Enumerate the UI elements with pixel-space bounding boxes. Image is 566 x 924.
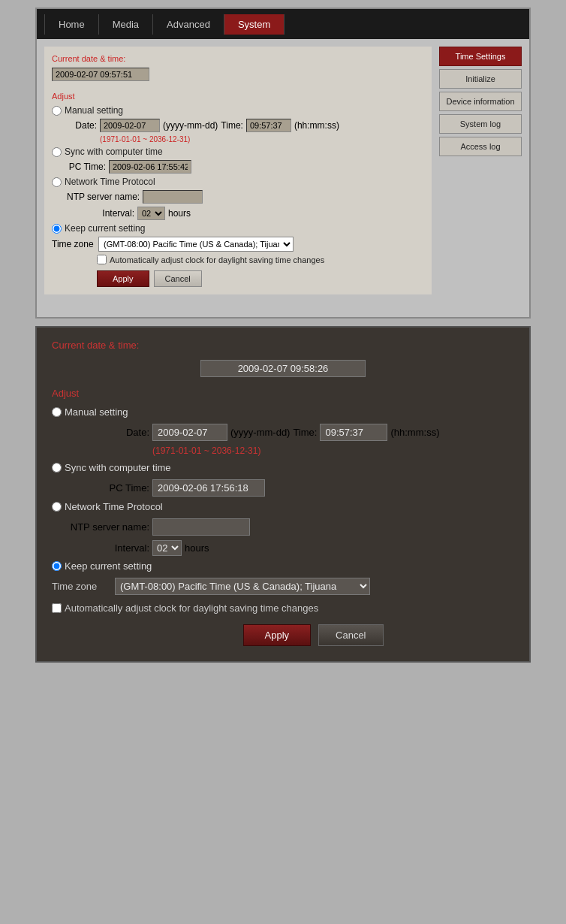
bottom-keep-label: Keep current setting [65, 560, 152, 572]
nav-bar: Home Media Advanced System [37, 9, 529, 39]
top-ntp-server-label: NTP server name: [67, 192, 140, 202]
top-time-input[interactable] [246, 119, 291, 132]
bottom-interval-select[interactable]: 0204061224 [152, 540, 182, 556]
top-time-label: Time: [221, 120, 243, 131]
bottom-ntp-label: Network Time Protocol [65, 501, 163, 512]
top-sync-label: Sync with computer time [65, 146, 163, 157]
bottom-time-input[interactable] [320, 424, 387, 441]
bottom-date-label: Date: [67, 427, 149, 438]
top-cancel-button[interactable]: Cancel [154, 270, 202, 287]
bottom-date-hint: (yyyy-mm-dd) [230, 427, 290, 438]
top-sync-radio[interactable] [52, 147, 62, 157]
top-manual-radio[interactable] [52, 106, 62, 116]
sidebar-btn-system-log[interactable]: System log [439, 114, 522, 134]
top-date-row: Date: (yyyy-mm-dd) Time: (hh:mm:ss) [67, 119, 424, 132]
top-pctime-row: PC Time: [67, 160, 424, 174]
bottom-ntp-server-label: NTP server name: [67, 521, 149, 533]
sidebar-btn-time-settings[interactable]: Time Settings [439, 47, 522, 66]
top-ntp-radio[interactable] [52, 177, 62, 187]
top-date-input[interactable] [100, 119, 160, 132]
top-keep-radio[interactable] [52, 224, 62, 234]
bottom-timezone-select[interactable]: (GMT-08:00) Pacific Time (US & Canada); … [115, 578, 370, 595]
bottom-interval-label: Interval: [67, 542, 149, 554]
bottom-auto-adjust-label: Automatically adjust clock for daylight … [65, 602, 318, 614]
top-interval-label: Interval: [67, 208, 134, 219]
bottom-ntp-radio[interactable] [52, 502, 62, 512]
bottom-btn-row: Apply Cancel [112, 624, 514, 646]
top-pctime-label: PC Time: [67, 162, 106, 172]
bottom-auto-adjust-checkbox[interactable] [52, 603, 62, 613]
sidebar-btn-access-log[interactable]: Access log [439, 137, 522, 156]
top-current-time-display[interactable] [52, 68, 149, 81]
bottom-current-date-label: Current date & time: [52, 340, 514, 351]
sidebar-btn-device-info[interactable]: Device information [439, 92, 522, 111]
top-auto-adjust-row: Automatically adjust clock for daylight … [97, 255, 424, 264]
top-ntp-label: Network Time Protocol [65, 177, 155, 187]
bottom-ntp-server-input[interactable] [152, 518, 250, 536]
bottom-range-hint: (1971-01-01 ~ 2036-12-31) [152, 445, 514, 456]
bottom-time-hint: (hh:mm:ss) [390, 427, 439, 438]
top-ntp-server-row: NTP server name: [67, 190, 424, 204]
bottom-adjust-label: Adjust [52, 388, 514, 399]
bottom-pctime-label: PC Time: [67, 482, 149, 494]
top-manual-radio-row: Manual setting [52, 105, 424, 116]
bottom-sync-radio-row: Sync with computer time [52, 462, 514, 473]
current-date-label: Current date & time: [52, 54, 424, 63]
top-timezone-row: Time zone (GMT-08:00) Pacific Time (US &… [52, 237, 424, 252]
top-date-hint: (yyyy-mm-dd) [163, 120, 218, 131]
bottom-interval-suffix: hours [185, 542, 209, 554]
top-apply-button[interactable]: Apply [97, 270, 149, 287]
top-interval-suffix: hours [168, 208, 191, 219]
top-auto-adjust-checkbox[interactable] [97, 255, 107, 264]
top-ntp-server-input[interactable] [143, 190, 203, 204]
top-main-content: Current date & time: Adjust Manual setti… [44, 47, 432, 294]
nav-advanced[interactable]: Advanced [153, 14, 224, 35]
bottom-keep-radio-row: Keep current setting [52, 560, 514, 572]
bottom-interval-row: Interval: 0204061224 hours [67, 540, 514, 556]
bottom-keep-radio[interactable] [52, 561, 62, 571]
bottom-cancel-button[interactable]: Cancel [318, 624, 383, 646]
top-range-hint: (1971-01-01 ~ 2036-12-31) [100, 135, 424, 143]
top-pctime-input[interactable] [109, 160, 191, 174]
top-btn-row: Apply Cancel [97, 270, 424, 287]
bottom-timezone-label: Time zone [52, 581, 112, 592]
bottom-pctime-input[interactable] [152, 479, 265, 497]
top-panel: Home Media Advanced System Current date … [35, 8, 531, 319]
bottom-apply-button[interactable]: Apply [243, 624, 312, 646]
bottom-manual-radio[interactable] [52, 407, 62, 417]
nav-home[interactable]: Home [44, 14, 99, 35]
top-ntp-radio-row: Network Time Protocol [52, 177, 424, 187]
top-time-hint: (hh:mm:ss) [294, 120, 339, 131]
bottom-pctime-row: PC Time: [67, 479, 514, 497]
bottom-date-input[interactable] [152, 424, 227, 441]
bottom-sync-label: Sync with computer time [65, 462, 171, 473]
bottom-manual-label: Manual setting [65, 406, 128, 418]
bottom-timezone-row: Time zone (GMT-08:00) Pacific Time (US &… [52, 578, 514, 595]
bottom-ntp-server-row: NTP server name: [67, 518, 514, 536]
bottom-current-time-display[interactable] [200, 360, 366, 377]
top-date-label: Date: [67, 120, 97, 131]
bottom-sync-radio[interactable] [52, 463, 62, 473]
top-interval-select[interactable]: 0204061224 [137, 207, 165, 220]
nav-media[interactable]: Media [99, 14, 153, 35]
sidebar-btn-initialize[interactable]: Initialize [439, 69, 522, 89]
nav-system[interactable]: System [224, 14, 285, 35]
bottom-manual-radio-row: Manual setting [52, 406, 514, 418]
top-adjust-label: Adjust [52, 92, 424, 101]
top-timezone-label: Time zone [52, 239, 95, 249]
bottom-date-row: Date: (yyyy-mm-dd) Time: (hh:mm:ss) [67, 424, 514, 441]
top-keep-radio-row: Keep current setting [52, 223, 424, 234]
bottom-time-label: Time: [293, 427, 317, 438]
top-sync-radio-row: Sync with computer time [52, 146, 424, 157]
bottom-ntp-radio-row: Network Time Protocol [52, 501, 514, 512]
bottom-auto-adjust-row: Automatically adjust clock for daylight … [52, 602, 514, 614]
top-manual-label: Manual setting [65, 105, 123, 116]
top-sidebar: Time Settings Initialize Device informat… [439, 47, 522, 294]
bottom-panel: Current date & time: Adjust Manual setti… [35, 326, 531, 663]
top-timezone-select[interactable]: (GMT-08:00) Pacific Time (US & Canada); … [98, 237, 294, 252]
top-interval-row: Interval: 0204061224 hours [67, 207, 424, 220]
top-keep-label: Keep current setting [65, 223, 145, 234]
top-auto-adjust-label: Automatically adjust clock for daylight … [110, 255, 324, 264]
